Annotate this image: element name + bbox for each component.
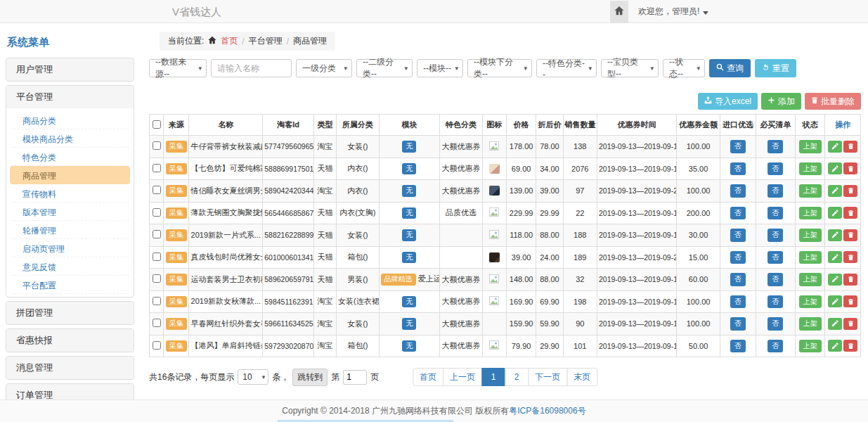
edit-button[interactable] <box>828 229 842 241</box>
edit-button[interactable] <box>828 251 842 263</box>
name-search-input[interactable] <box>211 59 292 77</box>
sidebar-item[interactable]: 轮播管理 <box>10 221 130 239</box>
sidebar-section-header[interactable]: 拼团管理 <box>6 302 134 324</box>
sidebar-item[interactable]: 商品分类 <box>10 111 130 129</box>
delete-button[interactable] <box>843 162 857 174</box>
imported-toggle[interactable]: 否 <box>730 162 746 176</box>
must-buy-toggle[interactable]: 否 <box>767 162 783 176</box>
page-button[interactable]: 2 <box>505 368 529 386</box>
imported-toggle[interactable]: 否 <box>730 140 746 153</box>
edit-button[interactable] <box>828 185 842 197</box>
status-toggle[interactable]: 上架 <box>799 140 822 153</box>
reset-button[interactable]: 重置 <box>755 59 796 77</box>
sidebar-item[interactable]: 平台配置 <box>10 276 130 294</box>
status-toggle[interactable]: 上架 <box>799 184 822 198</box>
status-toggle[interactable]: 上架 <box>799 229 822 242</box>
status-toggle[interactable]: 上架 <box>799 273 822 286</box>
delete-button[interactable] <box>843 295 857 307</box>
icp-link[interactable]: 粤ICP备16098006号 <box>509 405 585 417</box>
must-buy-toggle[interactable]: 否 <box>767 229 783 242</box>
delete-button[interactable] <box>843 229 857 241</box>
sidebar-section-header[interactable]: 省惠快报 <box>6 329 134 352</box>
filter-select[interactable]: --模块--▾ <box>417 59 463 77</box>
sidebar-item[interactable]: 商品管理 <box>10 166 130 184</box>
must-buy-toggle[interactable]: 否 <box>767 317 783 331</box>
edit-button[interactable] <box>828 207 842 219</box>
row-checkbox[interactable] <box>153 341 161 350</box>
must-buy-toggle[interactable]: 否 <box>767 251 783 264</box>
row-checkbox[interactable] <box>153 164 161 172</box>
row-checkbox[interactable] <box>153 208 161 217</box>
must-buy-toggle[interactable]: 否 <box>767 340 783 353</box>
sidebar-section-header[interactable]: 平台管理 <box>6 86 134 108</box>
edit-button[interactable] <box>828 340 842 352</box>
add-button[interactable]: 添加 <box>761 93 801 110</box>
row-checkbox[interactable] <box>153 141 161 150</box>
sidebar-item[interactable]: 特色分类 <box>10 148 130 166</box>
row-checkbox[interactable] <box>153 186 161 194</box>
delete-button[interactable] <box>843 318 857 330</box>
edit-button[interactable] <box>828 318 842 330</box>
sidebar-item[interactable]: 宣传物料 <box>10 184 130 203</box>
imported-toggle[interactable]: 否 <box>730 251 746 264</box>
page-button[interactable]: 1 <box>481 368 505 386</box>
row-checkbox[interactable] <box>153 252 161 261</box>
must-buy-toggle[interactable]: 否 <box>767 295 783 309</box>
filter-select[interactable]: --特色分类--▾ <box>536 59 597 77</box>
sidebar-section-header[interactable]: 消息管理 <box>6 357 134 379</box>
status-toggle[interactable]: 上架 <box>799 295 822 309</box>
must-buy-toggle[interactable]: 否 <box>767 184 783 198</box>
filter-select[interactable]: --模块下分类--▾ <box>467 59 532 77</box>
page-button[interactable]: 首页 <box>413 368 443 386</box>
row-checkbox[interactable] <box>153 230 161 238</box>
page-button[interactable]: 下一页 <box>528 368 567 386</box>
per-page-select[interactable]: 10▾ <box>238 369 268 385</box>
must-buy-toggle[interactable]: 否 <box>767 273 783 286</box>
delete-button[interactable] <box>843 207 857 219</box>
select-all-checkbox[interactable] <box>153 120 161 129</box>
sidebar-item[interactable]: 启动页管理 <box>10 239 130 257</box>
imported-toggle[interactable]: 否 <box>730 207 746 220</box>
row-checkbox[interactable] <box>153 319 161 327</box>
edit-button[interactable] <box>828 295 842 307</box>
sidebar-item[interactable]: 模块商品分类 <box>10 129 130 148</box>
import-excel-button[interactable]: 导入excel <box>698 93 758 110</box>
jump-page-input[interactable] <box>343 370 367 385</box>
delete-button[interactable] <box>843 141 857 153</box>
must-buy-toggle[interactable]: 否 <box>767 207 783 220</box>
imported-toggle[interactable]: 否 <box>730 295 746 309</box>
filter-select[interactable]: --二级分类--▾ <box>356 59 413 77</box>
batch-delete-button[interactable]: 批量删除 <box>805 93 861 110</box>
edit-button[interactable] <box>828 141 842 153</box>
status-toggle[interactable]: 上架 <box>799 317 822 331</box>
delete-button[interactable] <box>843 185 857 197</box>
filter-select[interactable]: --宝贝类型--▾ <box>601 59 659 77</box>
page-button[interactable]: 上一页 <box>443 368 482 386</box>
status-toggle[interactable]: 上架 <box>799 251 822 264</box>
delete-button[interactable] <box>843 340 857 352</box>
home-button[interactable] <box>610 1 628 23</box>
status-toggle[interactable]: 上架 <box>799 162 822 176</box>
page-button[interactable]: 末页 <box>566 368 597 386</box>
row-checkbox[interactable] <box>153 274 161 283</box>
sidebar-item[interactable]: 版本管理 <box>10 203 130 221</box>
data-source-select[interactable]: --数据来源--▾ <box>149 59 207 77</box>
user-menu[interactable]: 欢迎您，管理员! <box>638 6 708 18</box>
imported-toggle[interactable]: 否 <box>730 229 746 242</box>
must-buy-toggle[interactable]: 否 <box>767 140 783 153</box>
delete-button[interactable] <box>843 251 857 263</box>
imported-toggle[interactable]: 否 <box>730 317 746 331</box>
imported-toggle[interactable]: 否 <box>730 340 746 353</box>
sidebar-item[interactable]: 意见反馈 <box>10 257 130 276</box>
edit-button[interactable] <box>828 162 842 174</box>
search-button[interactable]: 查询 <box>709 59 751 77</box>
edit-button[interactable] <box>828 274 842 286</box>
status-toggle[interactable]: 上架 <box>799 207 822 220</box>
row-checkbox[interactable] <box>153 297 161 305</box>
status-toggle[interactable]: 上架 <box>799 340 822 353</box>
delete-button[interactable] <box>843 274 857 286</box>
imported-toggle[interactable]: 否 <box>730 273 746 286</box>
imported-toggle[interactable]: 否 <box>730 184 746 198</box>
filter-select[interactable]: --状态--▾ <box>663 59 705 77</box>
filter-select[interactable]: 一级分类▾ <box>296 59 352 77</box>
